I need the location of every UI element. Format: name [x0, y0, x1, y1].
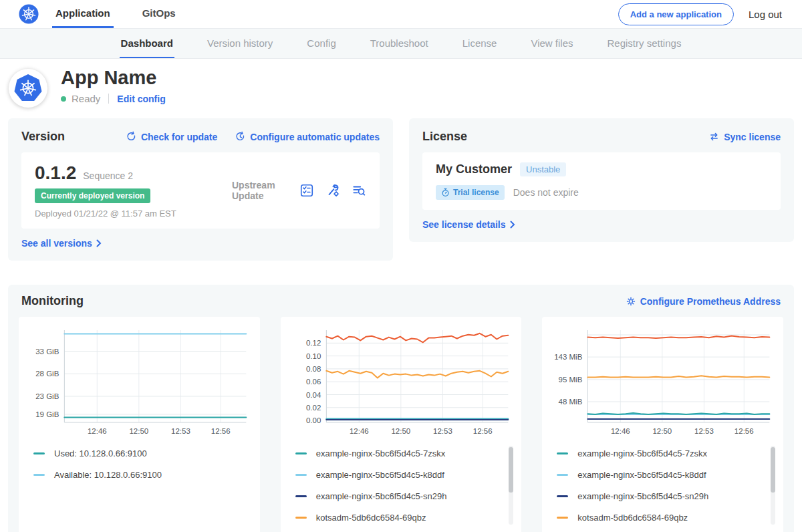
app-avatar: [9, 69, 47, 108]
app-subnav: Dashboard Version history Config Trouble…: [0, 29, 802, 59]
svg-text:143 MiB: 143 MiB: [554, 353, 583, 361]
legend-item: Available: 10.128.0.66:9100: [33, 470, 243, 480]
svg-text:12:50: 12:50: [129, 427, 148, 435]
svg-text:12:53: 12:53: [433, 427, 452, 435]
legend-item: example-nginx-5bc6f5d4c5-k8ddf: [295, 470, 505, 480]
see-license-details-label: See license details: [422, 219, 506, 230]
version-panel: Version Check for update Configure au: [8, 118, 393, 261]
svg-text:12:56: 12:56: [734, 427, 754, 435]
svg-text:0.10: 0.10: [306, 352, 321, 360]
legend-dash-icon: [295, 495, 307, 497]
svg-text:19 GiB: 19 GiB: [35, 410, 59, 418]
add-application-button[interactable]: Add a new application: [618, 3, 734, 25]
legend-scrollbar-thumb[interactable]: [771, 447, 775, 493]
subnav-tab-registry-settings[interactable]: Registry settings: [606, 29, 683, 58]
memory-usage-plot: 12:4612:5012:5312:56143 MiB95 MiB48 MiB: [550, 323, 775, 440]
disk-usage-legend: Used: 10.128.0.66:9100Available: 10.128.…: [27, 440, 252, 532]
legend-dash-icon: [557, 495, 568, 497]
configure-automatic-updates-label: Configure automatic updates: [250, 132, 380, 142]
sync-license-label: Sync license: [724, 132, 781, 142]
legend-item: example-nginx-5bc6f5d4c5-k8ddf: [557, 470, 766, 480]
legend-label: kotsadm-5db6dc6584-69qbz: [577, 513, 688, 523]
subnav-tab-view-files[interactable]: View files: [529, 29, 574, 58]
svg-text:0.12: 0.12: [306, 339, 321, 347]
legend-label: Available: 10.128.0.66:9100: [54, 470, 162, 480]
status-text: Ready: [72, 93, 100, 104]
legend-item: example-nginx-5bc6f5d4c5-7zskx: [295, 448, 505, 458]
subnav-tab-version-history[interactable]: Version history: [206, 29, 274, 58]
legend-label: example-nginx-5bc6f5d4c5-k8ddf: [316, 470, 444, 480]
subnav-tab-license[interactable]: License: [461, 29, 499, 58]
page-title: App Name: [61, 68, 166, 88]
top-navbar: Application GitOps Add a new application…: [0, 0, 802, 29]
svg-text:23 GiB: 23 GiB: [35, 392, 59, 400]
see-all-versions-label: See all versions: [21, 238, 92, 249]
subnav-tab-config[interactable]: Config: [305, 29, 337, 58]
configure-prometheus-link[interactable]: Configure Prometheus Address: [626, 296, 781, 307]
currently-deployed-badge: Currently deployed version: [35, 188, 150, 203]
legend-dash-icon: [557, 452, 568, 454]
sync-license-link[interactable]: Sync license: [708, 131, 781, 142]
chevron-right-icon: [510, 221, 515, 229]
cpu-usage-legend: example-nginx-5bc6f5d4c5-7zskxexample-ng…: [289, 440, 514, 532]
legend-dash-icon: [557, 517, 568, 519]
tab-application-label: Application: [55, 7, 110, 19]
trial-license-badge: Trial license: [436, 185, 505, 200]
legend-item: kotsadm-5db6dc6584-69qbz: [557, 513, 766, 523]
configure-prometheus-label: Configure Prometheus Address: [640, 296, 781, 307]
monitoring-panel: Monitoring Configure Prometheus Address …: [8, 285, 794, 532]
version-panel-title: Version: [21, 130, 65, 144]
preflight-checks-icon[interactable]: [299, 183, 314, 198]
svg-text:12:56: 12:56: [211, 427, 231, 435]
version-number: 0.1.2: [35, 162, 76, 184]
tab-gitops[interactable]: GitOps: [139, 0, 179, 28]
charts-grid: 12:4612:5012:5312:5633 GiB28 GiB23 GiB19…: [19, 317, 783, 532]
legend-scrollbar-track: [509, 446, 513, 525]
legend-scrollbar-thumb[interactable]: [509, 447, 513, 493]
chart-card-cpu-usage: 12:4612:5012:5312:560.120.100.080.060.04…: [281, 317, 522, 532]
trial-license-label: Trial license: [453, 188, 499, 197]
kubernetes-heptagon-icon: [13, 73, 43, 104]
kubernetes-logo-icon[interactable]: [19, 0, 39, 28]
subnav-tab-dashboard[interactable]: Dashboard: [120, 29, 174, 58]
legend-dash-icon: [557, 474, 568, 476]
configure-automatic-updates-link[interactable]: Configure automatic updates: [235, 131, 380, 142]
cpu-usage-plot: 12:4612:5012:5312:560.120.100.080.060.04…: [289, 323, 514, 440]
topnav-tabs: Application GitOps: [52, 0, 205, 28]
svg-text:48 MiB: 48 MiB: [559, 398, 583, 406]
svg-text:12:46: 12:46: [350, 427, 369, 435]
legend-label: example-nginx-5bc6f5d4c5-k8ddf: [577, 470, 706, 480]
deployed-timestamp: Deployed 01/21/22 @ 11:57 am EST: [35, 209, 232, 219]
see-license-details-link[interactable]: See license details: [422, 219, 515, 230]
legend-item: example-nginx-5bc6f5d4c5-sn29h: [295, 491, 505, 501]
license-panel: License Sync license My Customer Unstabl…: [409, 118, 794, 242]
customer-name: My Customer: [436, 162, 512, 176]
legend-label: example-nginx-5bc6f5d4c5-sn29h: [577, 491, 708, 501]
legend-label: Used: 10.128.0.66:9100: [54, 448, 147, 458]
gear-icon: [626, 296, 636, 307]
legend-label: example-nginx-5bc6f5d4c5-sn29h: [316, 491, 447, 501]
see-all-versions-link[interactable]: See all versions: [21, 238, 102, 249]
svg-text:28 GiB: 28 GiB: [35, 370, 59, 378]
svg-text:12:46: 12:46: [611, 427, 630, 435]
deploy-logs-icon[interactable]: [352, 183, 366, 198]
subnav-tab-troubleshoot[interactable]: Troubleshoot: [369, 29, 430, 58]
license-card: My Customer Unstable Trial license Does …: [422, 152, 781, 210]
svg-text:12:50: 12:50: [391, 427, 410, 435]
legend-item: example-nginx-5bc6f5d4c5-sn29h: [557, 491, 766, 501]
svg-text:33 GiB: 33 GiB: [35, 348, 59, 356]
logout-link[interactable]: Log out: [749, 9, 782, 20]
edit-config-link[interactable]: Edit config: [117, 94, 165, 104]
license-panel-title: License: [422, 130, 467, 144]
tab-application[interactable]: Application: [52, 0, 114, 28]
svg-text:0.00: 0.00: [306, 416, 321, 424]
legend-dash-icon: [295, 474, 307, 476]
legend-label: example-nginx-5bc6f5d4c5-7zskx: [577, 448, 707, 458]
legend-label: example-nginx-5bc6f5d4c5-7zskx: [316, 448, 446, 458]
svg-text:0.08: 0.08: [306, 365, 321, 373]
config-wrench-icon[interactable]: [325, 183, 340, 198]
legend-dash-icon: [33, 474, 45, 476]
svg-text:0.02: 0.02: [306, 404, 321, 412]
svg-text:12:53: 12:53: [171, 427, 190, 435]
check-for-update-link[interactable]: Check for update: [126, 131, 217, 142]
